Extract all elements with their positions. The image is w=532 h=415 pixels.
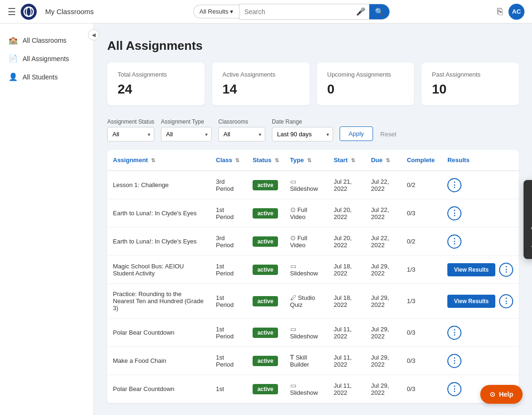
sidebar-item-label-0: All Classrooms xyxy=(23,37,66,44)
reset-button[interactable]: Reset xyxy=(377,127,400,141)
status-cell-3: active xyxy=(247,256,284,284)
context-menu-item-3[interactable]: ⊘Unassign xyxy=(524,237,532,255)
filter-type-select[interactable]: All Slideshow Full Video Studio Quiz Ski… xyxy=(161,127,212,141)
stat-card-0: Total Assignments24 xyxy=(107,63,205,105)
filter-classrooms-label: Classrooms xyxy=(218,118,265,125)
start-cell-7: Jul 11, 2022 xyxy=(328,375,365,403)
table-header: Assignment ⇅Class ⇅Status ⇅Type ⇅Start ⇅… xyxy=(107,150,519,171)
col-header-status[interactable]: Status ⇅ xyxy=(247,150,284,171)
due-cell-7: Jul 29, 2022 xyxy=(365,375,401,403)
more-options-button-0[interactable]: ⋮ xyxy=(447,178,461,192)
start-cell-2: Jul 20, 2022 xyxy=(328,227,365,256)
results-actions-cell-0: ⋮ xyxy=(442,171,519,199)
topnav-left: ☰ My Classrooms xyxy=(8,4,94,20)
context-menu: ↗Open Assignment📅Edit Date✏Edit Instruct… xyxy=(524,180,532,259)
search-input-wrap: 🎤 🔍 xyxy=(239,4,390,20)
assignment-cell-7: Polar Bear Countdown xyxy=(107,375,210,403)
sidebar-item-all-assignments[interactable]: 📄All Assignments xyxy=(0,49,94,68)
type-cell-4: 🖊 Studio Quiz xyxy=(285,284,328,319)
col-header-due[interactable]: Due ⇅ xyxy=(365,150,401,171)
stat-value-1: 14 xyxy=(222,82,299,97)
type-cell-2: ⊙ Full Video xyxy=(285,227,328,256)
status-badge-2: active xyxy=(253,236,278,247)
start-cell-3: Jul 18, 2022 xyxy=(328,256,365,284)
type-cell-5: ▭ Slideshow xyxy=(285,319,328,347)
filter-date-select[interactable]: Last 90 days Last 30 days Last 7 days Cu… xyxy=(272,127,333,141)
hamburger-button[interactable]: ☰ xyxy=(8,6,16,17)
more-options-button-2[interactable]: ⋮ xyxy=(447,235,461,249)
notifications-button[interactable]: ⎘ xyxy=(497,6,503,17)
sidebar-nav: 🏫All Classrooms📄All Assignments👤All Stud… xyxy=(0,31,94,86)
mic-button[interactable]: 🎤 xyxy=(352,5,369,18)
search-button[interactable]: 🔍 xyxy=(369,4,389,19)
status-cell-1: active xyxy=(247,199,284,227)
status-badge-6: active xyxy=(253,356,278,366)
col-header-results[interactable]: Results xyxy=(442,150,519,171)
type-cell-6: T Skill Builder xyxy=(285,347,328,375)
due-cell-4: Jul 29, 2022 xyxy=(365,284,401,319)
avatar[interactable]: AC xyxy=(508,4,524,20)
table-row: Earth to Luna!: In Clyde's Eyes 1st Peri… xyxy=(107,199,519,227)
status-badge-7: active xyxy=(253,384,278,394)
type-cell-0: ▭ Slideshow xyxy=(285,171,328,199)
assignment-cell-6: Make a Food Chain xyxy=(107,347,210,375)
due-cell-1: Jul 22, 2022 xyxy=(365,199,401,227)
more-options-button-1[interactable]: ⋮ xyxy=(447,206,461,220)
search-input[interactable] xyxy=(239,5,352,18)
filter-date-wrap: Last 90 days Last 30 days Last 7 days Cu… xyxy=(272,127,333,141)
col-header-assignment[interactable]: Assignment ⇅ xyxy=(107,150,210,171)
filter-status-label: Assignment Status xyxy=(107,118,154,125)
col-header-complete[interactable]: Complete xyxy=(401,150,442,171)
context-menu-item-2[interactable]: ✏Edit Instructions xyxy=(524,219,532,237)
sidebar-item-icon-0: 🏫 xyxy=(8,36,18,45)
results-cell-4: View Results⋮ xyxy=(447,294,513,308)
complete-cell-3: 1/3 xyxy=(401,256,442,284)
class-cell-6: 1st Period xyxy=(210,347,247,375)
col-header-start[interactable]: Start ⇅ xyxy=(328,150,365,171)
view-results-button-4[interactable]: View Results xyxy=(447,295,495,308)
help-button[interactable]: ⊙ Help xyxy=(480,385,523,404)
class-cell-7: 1st xyxy=(210,375,247,403)
video-icon: ⊙ xyxy=(290,234,296,242)
sort-icon-5: ⇅ xyxy=(386,157,390,163)
sort-icon-1: ⇅ xyxy=(235,157,239,163)
filter-actions: Apply Reset xyxy=(340,126,400,141)
table-row: Practice: Rounding to the Nearest Ten an… xyxy=(107,284,519,319)
filter-classrooms-select[interactable]: All 1st Period 3rd Period xyxy=(218,127,265,141)
view-results-button-3[interactable]: View Results xyxy=(447,263,495,276)
chevron-down-icon: ▾ xyxy=(230,8,233,15)
apply-button[interactable]: Apply xyxy=(340,126,373,141)
search-type-select[interactable]: All Results ▾ xyxy=(193,5,239,18)
col-header-class[interactable]: Class ⇅ xyxy=(210,150,247,171)
sort-icon-4: ⇅ xyxy=(351,157,355,163)
results-cell-5: ⋮ xyxy=(447,326,513,340)
status-cell-5: active xyxy=(247,319,284,347)
main-content: All Assignments Total Assignments24Activ… xyxy=(94,23,532,415)
sort-icon-0: ⇅ xyxy=(151,157,155,163)
status-badge-5: active xyxy=(253,328,278,338)
more-options-button-4[interactable]: ⋮ xyxy=(499,294,513,308)
table-row: Magic School Bus: AEIOU Student Activity… xyxy=(107,256,519,284)
complete-cell-0: 0/2 xyxy=(401,171,442,199)
sidebar-item-all-classrooms[interactable]: 🏫All Classrooms xyxy=(0,31,94,49)
more-options-button-5[interactable]: ⋮ xyxy=(447,326,461,340)
context-menu-item-0[interactable]: ↗Open Assignment xyxy=(524,184,532,202)
slideshow-icon: ▭ xyxy=(290,178,296,185)
assignment-cell-5: Polar Bear Countdown xyxy=(107,319,210,347)
filter-classrooms-group: Classrooms All 1st Period 3rd Period xyxy=(218,118,265,141)
context-menu-item-1[interactable]: 📅Edit Date xyxy=(524,202,532,219)
more-options-button-3[interactable]: ⋮ xyxy=(499,263,513,277)
sort-icon-3: ⇅ xyxy=(307,157,311,163)
filter-status-select[interactable]: All Active Upcoming Past xyxy=(107,127,154,141)
start-cell-4: Jul 18, 2022 xyxy=(328,284,365,319)
sidebar-item-all-students[interactable]: 👤All Students xyxy=(0,68,94,86)
status-badge-3: active xyxy=(253,265,278,275)
topnav: ☰ My Classrooms All Results ▾ 🎤 🔍 ⎘ AC xyxy=(0,0,532,23)
more-options-button-7[interactable]: ⋮ xyxy=(447,382,461,396)
stat-label-0: Total Assignments xyxy=(118,71,194,78)
col-header-type[interactable]: Type ⇅ xyxy=(285,150,328,171)
more-options-button-6[interactable]: ⋮ xyxy=(447,354,461,368)
sidebar-collapse-button[interactable]: ◀ xyxy=(88,29,99,40)
stat-value-2: 0 xyxy=(327,82,404,97)
results-actions-cell-3: View Results⋮ xyxy=(442,256,519,284)
